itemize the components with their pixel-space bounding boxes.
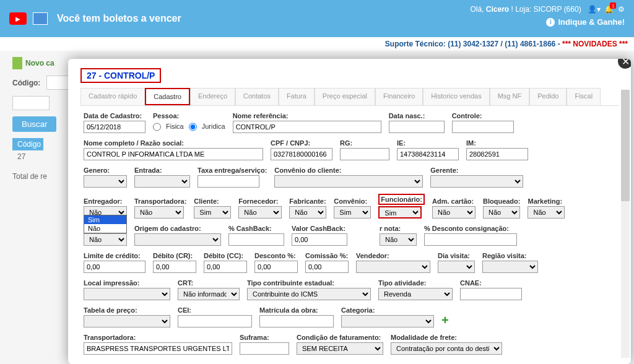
select-adm-cartao[interactable]: Não	[432, 206, 476, 219]
input-comissao-pct[interactable]	[305, 261, 349, 273]
label-debito-cc: Débito (CC):	[204, 252, 247, 259]
select-crt[interactable]: Não informado	[178, 288, 240, 300]
label-cashback: % CashBack:	[228, 225, 284, 232]
select-tipo-ativ[interactable]: Revenda	[378, 288, 453, 300]
select-modalidade[interactable]: Contratação por conta do destinatário	[391, 342, 502, 355]
buscar-button[interactable]: Buscar	[12, 116, 56, 132]
input-data-cadastro[interactable]	[84, 121, 145, 133]
input-cashback[interactable]	[228, 233, 284, 246]
select-prospeccao[interactable]: Não	[84, 233, 127, 246]
select-regiao[interactable]	[482, 261, 538, 273]
select-tabela-preco[interactable]	[84, 315, 170, 327]
radio-juridica[interactable]	[189, 121, 197, 133]
input-debito-cr[interactable]	[153, 261, 196, 273]
user-icon[interactable]: 👤▾	[588, 5, 601, 14]
modal-scrollbar[interactable]	[621, 90, 630, 358]
label-funcionario: Funcionário:	[378, 194, 425, 205]
label-adm-cartao: Adm. cartão:	[432, 197, 476, 205]
indique-ganhe[interactable]: i Indique & Ganhe!	[470, 17, 625, 27]
input-cnae[interactable]	[460, 288, 522, 300]
input-cei[interactable]	[178, 315, 252, 327]
input-transportadora2[interactable]	[84, 342, 232, 355]
gear-icon[interactable]: ⚙	[618, 5, 625, 14]
boletos-warning[interactable]: Você tem boletos a vencer	[57, 13, 181, 24]
tab-endereco[interactable]: Endereço	[190, 88, 235, 105]
tab-preco[interactable]: Preço especial	[315, 88, 375, 105]
input-valor-cashback[interactable]	[292, 233, 347, 246]
input-nome-ref[interactable]	[233, 121, 381, 133]
label-vendedor: Vendedor:	[356, 252, 430, 259]
modal-dialog: ✕ 27 - CONTROL/P Cadastro rápido Cadastr…	[68, 59, 631, 364]
select-convenio[interactable]: Sim	[334, 206, 371, 219]
tab-cadastro-rapido[interactable]: Cadastro rápido	[80, 88, 145, 105]
novidades-link[interactable]: *** NOVIDADES ***	[562, 40, 628, 48]
tab-cadastro[interactable]: Cadastro	[145, 88, 190, 105]
input-data-nasc[interactable]	[389, 121, 445, 133]
select-fabricante[interactable]: Não	[289, 206, 326, 219]
input-taxa[interactable]	[198, 175, 259, 188]
input-nome-completo[interactable]	[84, 148, 263, 160]
input-matricula[interactable]	[259, 315, 334, 327]
label-matricula: Matrícula da obra:	[259, 306, 334, 314]
tab-historico[interactable]: Historico vendas	[423, 88, 489, 105]
select-bloqueado[interactable]: Não	[483, 206, 520, 219]
label-marketing: Marketing:	[528, 197, 565, 205]
select-entrada[interactable]	[134, 175, 190, 188]
select-funcionario[interactable]: Sim	[378, 206, 422, 219]
input-controle[interactable]	[452, 121, 514, 133]
funcionario-dropdown: Sim Não	[84, 215, 127, 233]
select-tipo-contrib[interactable]: Contribuinte do ICMS	[247, 288, 371, 300]
select-vendedor[interactable]	[356, 261, 430, 273]
label-tipo-ativ: Tipo atividade:	[378, 279, 453, 287]
radio-fisica[interactable]	[153, 121, 161, 133]
opt-sim[interactable]: Sim	[84, 215, 126, 224]
select-gerente[interactable]	[430, 175, 523, 188]
input-debito-cc[interactable]	[204, 261, 247, 273]
label-cnae: CNAE:	[460, 279, 522, 287]
select-r-nota[interactable]: Não	[380, 233, 417, 246]
select-local-imp[interactable]	[84, 288, 170, 300]
select-origem[interactable]	[134, 233, 221, 246]
monitor-icon[interactable]	[33, 12, 48, 25]
label-entrada: Entrada:	[134, 167, 190, 174]
select-cond-fat[interactable]: SEM RECEITA	[297, 342, 383, 355]
select-convenio-cliente[interactable]	[274, 175, 423, 188]
label-tipo-contrib: Tipo contribuinte estadual:	[247, 279, 371, 287]
tab-contatos[interactable]: Contatos	[235, 88, 279, 105]
label-cpf: CPF / CNPJ:	[271, 139, 332, 147]
tab-financeiro[interactable]: Financeiro	[375, 88, 423, 105]
close-button[interactable]: ✕	[617, 59, 631, 70]
input-desc-consig[interactable]	[424, 233, 517, 246]
label-tabela-preco: Tabela de preço:	[84, 306, 170, 314]
label-convenio-cliente: Convênio do cliente:	[274, 167, 423, 174]
select-genero[interactable]	[84, 175, 127, 188]
bg-input-2[interactable]	[12, 96, 50, 110]
select-marketing[interactable]: Não	[528, 206, 565, 219]
add-categoria-button[interactable]: +	[441, 313, 449, 327]
select-transportadora[interactable]: Não	[134, 206, 184, 219]
select-categoria[interactable]	[341, 315, 434, 327]
tab-fiscal[interactable]: Fiscal	[567, 88, 601, 105]
codigo-label: Código:	[12, 79, 40, 87]
input-desconto-pct[interactable]	[254, 261, 298, 273]
tab-fatura[interactable]: Fatura	[279, 88, 315, 105]
label-convenio: Convênio:	[334, 197, 371, 205]
tab-pedido[interactable]: Pedido	[529, 88, 567, 105]
input-rg[interactable]	[340, 148, 389, 160]
select-cliente[interactable]: Sim	[194, 206, 231, 219]
label-nome-completo: Nome completo / Razão social:	[84, 139, 263, 147]
tab-msgnf[interactable]: Msg NF	[490, 88, 530, 105]
bell-icon[interactable]: 🔔	[604, 5, 614, 14]
input-suframa[interactable]	[240, 342, 289, 355]
scrollbar-thumb[interactable]	[621, 90, 630, 201]
select-dia-visita[interactable]	[438, 261, 475, 273]
input-ie[interactable]	[397, 148, 459, 160]
input-im[interactable]	[466, 148, 528, 160]
label-data-nasc: Data nasc.:	[389, 112, 445, 119]
input-cpf[interactable]	[271, 148, 332, 160]
opt-nao[interactable]: Não	[84, 224, 126, 233]
select-fornecedor[interactable]: Não	[238, 206, 282, 219]
label-gerente: Gerente:	[430, 167, 523, 174]
youtube-icon[interactable]: ▶	[9, 12, 27, 25]
input-limite[interactable]	[84, 261, 145, 273]
